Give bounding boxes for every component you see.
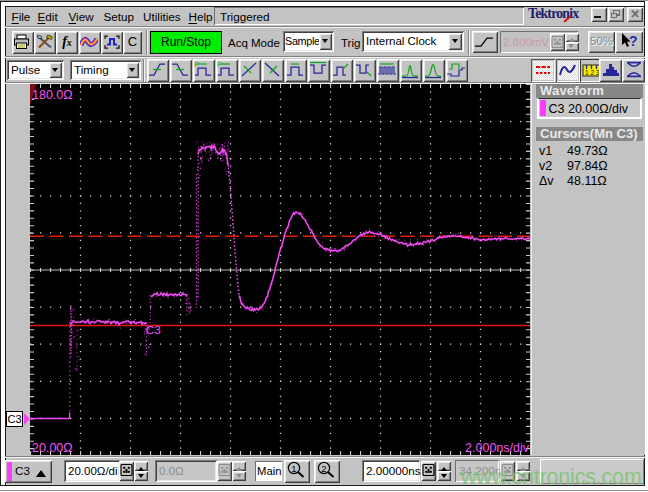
svg-text:1 2 3: 1 2 3 — [585, 68, 600, 75]
svg-text:1: 1 — [291, 463, 296, 474]
svg-text:2.000ns/div: 2.000ns/div — [465, 441, 530, 455]
svg-text:20.00Ω: 20.00Ω — [32, 441, 73, 455]
svg-text:2: 2 — [321, 463, 326, 474]
svg-text:?: ? — [629, 33, 638, 49]
svg-text:180.0Ω: 180.0Ω — [32, 88, 73, 102]
svg-text:C3: C3 — [146, 323, 162, 337]
